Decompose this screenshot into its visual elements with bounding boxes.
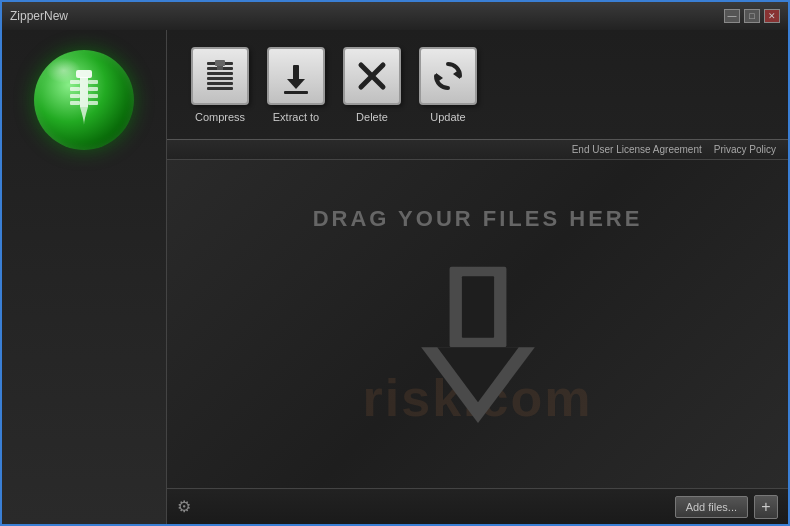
compress-label: Compress: [195, 111, 245, 123]
delete-label: Delete: [356, 111, 388, 123]
compress-icon-box: [191, 47, 249, 105]
bottom-right: Add files... +: [675, 495, 778, 519]
window-controls: — □ ✕: [724, 9, 780, 23]
zipper-logo-icon: [54, 65, 114, 135]
svg-rect-4: [70, 94, 80, 98]
svg-rect-7: [88, 87, 98, 91]
svg-rect-0: [76, 70, 92, 78]
add-files-button[interactable]: Add files...: [675, 496, 748, 518]
svg-rect-5: [70, 101, 80, 105]
logo-panel: [2, 30, 167, 524]
svg-rect-18: [293, 65, 299, 81]
bottom-bar: ⚙ Add files... +: [167, 488, 788, 524]
delete-icon-box: [343, 47, 401, 105]
app-window: ZipperNew — □ ✕: [0, 0, 790, 526]
update-button[interactable]: Update: [415, 43, 481, 127]
update-icon: [429, 57, 467, 95]
svg-rect-20: [284, 91, 308, 94]
extract-label: Extract to: [273, 111, 319, 123]
svg-rect-17: [217, 66, 223, 70]
compress-icon: [201, 57, 239, 95]
svg-rect-3: [70, 87, 80, 91]
svg-rect-6: [88, 80, 98, 84]
update-icon-box: [419, 47, 477, 105]
svg-rect-16: [215, 60, 225, 66]
title-bar: ZipperNew — □ ✕: [2, 2, 788, 30]
main-area: Compress Extract to: [2, 30, 788, 524]
extract-icon-box: [267, 47, 325, 105]
app-logo: [34, 50, 134, 150]
plus-button[interactable]: +: [754, 495, 778, 519]
svg-rect-8: [88, 94, 98, 98]
svg-rect-1: [80, 77, 88, 107]
svg-rect-15: [207, 87, 233, 90]
bottom-left: ⚙: [177, 497, 191, 516]
maximize-button[interactable]: □: [744, 9, 760, 23]
svg-rect-26: [461, 276, 493, 338]
links-area: End User License Agreement Privacy Polic…: [167, 140, 788, 160]
svg-rect-13: [207, 77, 233, 80]
delete-button[interactable]: Delete: [339, 43, 405, 127]
privacy-policy-link[interactable]: Privacy Policy: [714, 144, 776, 155]
svg-marker-19: [287, 79, 305, 89]
drag-text: DRAG YOUR FILES HERE: [313, 206, 643, 232]
compress-button[interactable]: Compress: [187, 43, 253, 127]
toolbar: Compress Extract to: [167, 30, 788, 140]
close-button[interactable]: ✕: [764, 9, 780, 23]
svg-rect-14: [207, 82, 233, 85]
minimize-button[interactable]: —: [724, 9, 740, 23]
svg-rect-9: [88, 101, 98, 105]
window-title: ZipperNew: [10, 9, 724, 23]
svg-rect-12: [207, 72, 233, 75]
drop-arrow-icon: [413, 262, 543, 442]
eula-link[interactable]: End User License Agreement: [572, 144, 702, 155]
extract-icon: [277, 57, 315, 95]
right-area: Compress Extract to: [167, 30, 788, 524]
delete-icon: [353, 57, 391, 95]
settings-icon[interactable]: ⚙: [177, 497, 191, 516]
drop-zone[interactable]: risk.com DRAG YOUR FILES HERE: [167, 160, 788, 488]
update-label: Update: [430, 111, 465, 123]
extract-button[interactable]: Extract to: [263, 43, 329, 127]
svg-rect-2: [70, 80, 80, 84]
